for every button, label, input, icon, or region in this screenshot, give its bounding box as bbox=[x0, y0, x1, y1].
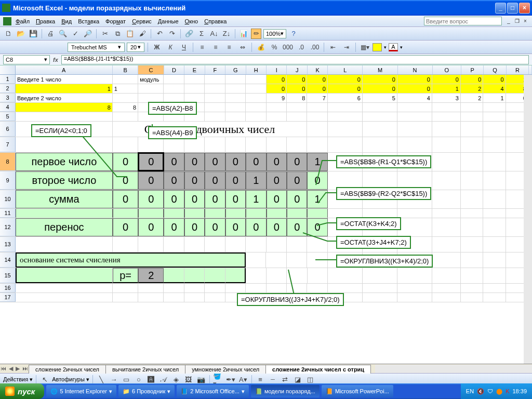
sort-asc-button[interactable]: A↓ bbox=[209, 29, 219, 39]
tab-prev-button[interactable]: ◀ bbox=[7, 365, 15, 372]
col-header-O[interactable]: O bbox=[433, 65, 461, 74]
zoom-combo[interactable]: 100% ▾ bbox=[263, 29, 286, 38]
taskbar-item-word[interactable]: 📘 2 Microsoft Office... ▾ bbox=[177, 385, 249, 397]
open-button[interactable]: 📂 bbox=[16, 29, 26, 39]
formula-input[interactable]: =ABS($B$8-(J1-I1*$C$15)) bbox=[61, 55, 529, 64]
dec-decimal-button[interactable]: .00 bbox=[309, 42, 321, 52]
name-box[interactable]: C8▾ bbox=[3, 55, 50, 64]
font-color-button[interactable]: A bbox=[389, 43, 398, 51]
font-size-combo[interactable]: 20▾ bbox=[127, 43, 144, 52]
horizontal-scrollbar[interactable] bbox=[375, 365, 532, 373]
taskbar-item-ppt[interactable]: 📙 Microsoft PowerPoi... bbox=[322, 385, 393, 397]
paste-button[interactable]: 📋 bbox=[125, 29, 135, 39]
col-header-P[interactable]: P bbox=[461, 65, 484, 74]
col-header-C[interactable]: C bbox=[138, 65, 164, 74]
autoshapes-menu[interactable]: Автофигуры ▾ bbox=[52, 376, 89, 383]
sheet-tab-1[interactable]: сложение 2ичных чисел bbox=[29, 365, 106, 374]
system-tray[interactable]: EN 🔇 🛡 ⬤ K 18:39 bbox=[461, 383, 532, 399]
sheet-tab-2[interactable]: вычитание 2ичных чисел bbox=[105, 365, 185, 374]
inc-indent-button[interactable]: ⇥ bbox=[341, 42, 352, 52]
col-header-D[interactable]: D bbox=[164, 65, 184, 74]
menu-format[interactable]: Формат bbox=[105, 18, 126, 24]
menu-view[interactable]: Вид bbox=[61, 18, 72, 24]
draw-actions-menu[interactable]: Действия ▾ bbox=[3, 376, 33, 383]
chart-button[interactable]: 📊 bbox=[238, 29, 249, 39]
tray-icon[interactable]: 🛡 bbox=[487, 388, 493, 394]
format-painter-button[interactable]: 🖌 bbox=[137, 29, 148, 39]
vertical-scrollbar[interactable] bbox=[524, 75, 532, 364]
col-header-K[interactable]: K bbox=[308, 65, 328, 74]
currency-button[interactable]: 💰 bbox=[255, 42, 267, 52]
help-search-input[interactable] bbox=[424, 17, 502, 25]
window-close-button[interactable]: × bbox=[519, 3, 530, 14]
menu-tools[interactable]: Сервис bbox=[132, 18, 152, 24]
research-button[interactable]: 🔎 bbox=[83, 29, 93, 39]
dec-indent-button[interactable]: ⇤ bbox=[327, 42, 339, 52]
tray-icon[interactable]: 🔇 bbox=[477, 388, 484, 395]
comma-button[interactable]: 000 bbox=[282, 42, 294, 52]
tray-lang[interactable]: EN bbox=[466, 388, 474, 394]
mdi-close-button[interactable]: × bbox=[522, 18, 529, 25]
tab-next-button[interactable]: ▶ bbox=[15, 365, 22, 372]
menu-window[interactable]: Окно bbox=[185, 18, 198, 24]
window-maximize-button[interactable]: □ bbox=[507, 3, 518, 14]
italic-button[interactable]: К bbox=[165, 42, 176, 52]
help-button[interactable]: ? bbox=[288, 29, 299, 39]
fx-icon[interactable]: fx bbox=[53, 57, 58, 63]
col-header-R[interactable]: R bbox=[507, 65, 529, 74]
tray-icon[interactable]: ⬤ bbox=[496, 388, 502, 395]
taskbar-item-excel[interactable]: 📗 модели поразряд... bbox=[251, 385, 320, 397]
taskbar-item-explorer[interactable]: 📁 6 Проводник ▾ bbox=[118, 385, 175, 397]
drawing-button[interactable]: ✏ bbox=[251, 29, 261, 39]
sort-desc-button[interactable]: Z↓ bbox=[221, 29, 232, 39]
col-header-J[interactable]: J bbox=[287, 65, 307, 74]
underline-button[interactable]: Ч bbox=[178, 42, 190, 52]
col-header-M[interactable]: M bbox=[363, 65, 397, 74]
merge-center-button[interactable]: ⇔ bbox=[237, 42, 248, 52]
align-left-button[interactable]: ≡ bbox=[196, 42, 208, 52]
hyperlink-button[interactable]: 🔗 bbox=[184, 29, 194, 39]
menu-insert[interactable]: Вставка bbox=[78, 18, 99, 24]
col-header-F[interactable]: F bbox=[205, 65, 225, 74]
cut-button[interactable]: ✂ bbox=[100, 29, 110, 39]
borders-button[interactable]: ▦▾ bbox=[359, 42, 370, 52]
menu-data[interactable]: Данные bbox=[158, 18, 179, 24]
fill-color-button[interactable] bbox=[373, 43, 382, 51]
mdi-restore-button[interactable]: ❐ bbox=[513, 18, 521, 25]
menu-help[interactable]: Справка bbox=[204, 18, 227, 24]
worksheet-grid[interactable]: A B C D E F G H I J K L M N O P Q R 1Вве… bbox=[0, 65, 532, 364]
print-button[interactable]: 🖨 bbox=[45, 29, 56, 39]
bold-button[interactable]: Ж bbox=[151, 42, 163, 52]
col-header-A[interactable]: A bbox=[16, 65, 113, 74]
menu-edit[interactable]: Правка bbox=[36, 18, 55, 24]
window-minimize-button[interactable]: _ bbox=[495, 3, 506, 14]
sheet-tab-4[interactable]: сложение 2ичных чисел с отриц bbox=[265, 365, 371, 374]
font-name-combo[interactable]: Trebuchet MS▾ bbox=[68, 43, 125, 52]
inc-decimal-button[interactable]: .0 bbox=[296, 42, 307, 52]
col-header-B[interactable]: B bbox=[113, 65, 138, 74]
col-header-I[interactable]: I bbox=[267, 65, 287, 74]
start-button[interactable]: пуск bbox=[0, 383, 44, 399]
spellcheck-button[interactable]: ✓ bbox=[70, 29, 81, 39]
col-header-N[interactable]: N bbox=[398, 65, 433, 74]
copy-button[interactable]: ⧉ bbox=[112, 29, 123, 39]
mdi-minimize-button[interactable]: _ bbox=[505, 18, 512, 25]
col-header-H[interactable]: H bbox=[246, 65, 267, 74]
col-header-Q[interactable]: Q bbox=[484, 65, 506, 74]
menu-file[interactable]: Файл bbox=[16, 18, 30, 24]
tab-last-button[interactable]: ⏭ bbox=[21, 365, 29, 372]
col-header-L[interactable]: L bbox=[328, 65, 363, 74]
sheet-tab-3[interactable]: умножение 2ичных чисел bbox=[185, 365, 266, 374]
new-button[interactable]: 🗋 bbox=[3, 29, 14, 39]
undo-button[interactable]: ↶ bbox=[154, 29, 165, 39]
save-button[interactable]: 💾 bbox=[28, 29, 38, 39]
col-header-E[interactable]: E bbox=[184, 65, 205, 74]
select-all-corner[interactable] bbox=[0, 65, 16, 74]
tray-icon[interactable]: K bbox=[506, 388, 509, 394]
tray-clock[interactable]: 18:39 bbox=[512, 388, 527, 394]
print-preview-button[interactable]: 🔍 bbox=[58, 29, 68, 39]
redo-button[interactable]: ↷ bbox=[167, 29, 177, 39]
tab-first-button[interactable]: ⏮ bbox=[0, 365, 7, 372]
taskbar-item-ie[interactable]: 🌐 5 Internet Explorer ▾ bbox=[46, 385, 116, 397]
col-header-G[interactable]: G bbox=[225, 65, 246, 74]
